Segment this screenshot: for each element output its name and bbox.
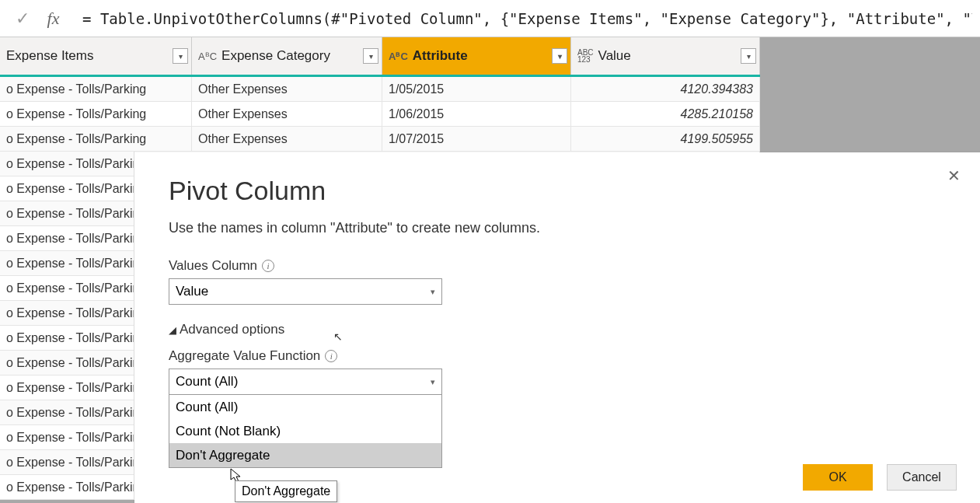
table-row[interactable]: o Expense - Tolls/Parkin bbox=[0, 201, 134, 226]
column-label: Value bbox=[598, 48, 631, 64]
cell[interactable]: o Expense - Tolls/Parkin bbox=[0, 425, 134, 450]
cell[interactable]: Other Expenses bbox=[192, 127, 382, 152]
table-row[interactable]: o Expense - Tolls/Parkin bbox=[0, 276, 134, 301]
select-value: Count (All) bbox=[176, 374, 238, 389]
table-row[interactable]: o Expense - Tolls/Parkin bbox=[0, 475, 134, 500]
cell[interactable]: Other Expenses bbox=[192, 102, 382, 127]
column-label: Attribute bbox=[413, 48, 468, 64]
table-row[interactable]: o Expense - Tolls/Parkin bbox=[0, 152, 134, 176]
table-row[interactable]: o Expense - Tolls/Parkin bbox=[0, 251, 134, 276]
table-row[interactable]: o Expense - Tolls/Parkin bbox=[0, 425, 134, 450]
advanced-label: Advanced options bbox=[180, 322, 284, 337]
filter-dropdown-icon[interactable]: ▾ bbox=[552, 48, 567, 64]
caret-down-icon: ◢ bbox=[169, 324, 176, 336]
option-count-not-blank[interactable]: Count (Not Blank) bbox=[169, 419, 441, 443]
cell[interactable]: o Expense - Tolls/Parkin bbox=[0, 276, 134, 301]
cell[interactable]: 4199.505955 bbox=[571, 127, 760, 152]
cell[interactable]: o Expense - Tolls/Parkin bbox=[0, 450, 134, 475]
fx-icon[interactable]: fx bbox=[47, 9, 60, 29]
cell[interactable]: o Expense - Tolls/Parking bbox=[0, 102, 192, 127]
cell[interactable]: o Expense - Tolls/Parkin bbox=[0, 326, 134, 351]
cell[interactable]: o Expense - Tolls/Parkin bbox=[0, 226, 134, 251]
table-row[interactable]: o Expense - Tolls/ParkingOther Expenses1… bbox=[0, 127, 760, 152]
dialog-title: Pivot Column bbox=[169, 176, 946, 206]
values-column-select[interactable]: Value ▾ bbox=[169, 278, 442, 305]
cell[interactable]: 1/05/2015 bbox=[382, 77, 571, 102]
table-row[interactable]: o Expense - Tolls/Parkin bbox=[0, 226, 134, 251]
table-row[interactable]: o Expense - Tolls/Parkin bbox=[0, 301, 134, 326]
filter-dropdown-icon[interactable]: ▾ bbox=[173, 48, 188, 64]
table-row[interactable]: o Expense - Tolls/Parkin bbox=[0, 351, 134, 376]
cell[interactable]: o Expense - Tolls/Parkin bbox=[0, 475, 134, 500]
table-row[interactable]: o Expense - Tolls/ParkingOther Expenses1… bbox=[0, 102, 760, 127]
aggregate-function-label: Aggregate Value Function i bbox=[169, 348, 946, 364]
type-any-icon: ABC 123 bbox=[577, 49, 594, 63]
type-text-icon: AᴮC bbox=[389, 51, 408, 62]
chevron-down-icon: ▾ bbox=[431, 287, 435, 297]
chevron-down-icon: ▾ bbox=[431, 377, 435, 387]
table-header: Expense Items ▾ AᴮC Expense Category ▾ A… bbox=[0, 37, 760, 77]
table-row[interactable]: o Expense - Tolls/Parkin bbox=[0, 326, 134, 351]
cell[interactable]: o Expense - Tolls/Parkin bbox=[0, 176, 134, 201]
table-row[interactable]: o Expense - Tolls/Parkin bbox=[0, 450, 134, 475]
close-icon[interactable]: ✕ bbox=[944, 166, 963, 185]
column-label: Expense Category bbox=[221, 48, 330, 64]
table-row[interactable]: o Expense - Tolls/Parkin bbox=[0, 376, 134, 400]
formula-bar: ✓ fx bbox=[0, 0, 980, 37]
cell[interactable]: 1/07/2015 bbox=[382, 127, 571, 152]
cell[interactable]: o Expense - Tolls/Parkin bbox=[0, 351, 134, 376]
accept-icon[interactable]: ✓ bbox=[16, 9, 30, 29]
cell[interactable]: o Expense - Tolls/Parkin bbox=[0, 152, 134, 176]
table-row[interactable]: o Expense - Tolls/ParkingOther Expenses1… bbox=[0, 77, 760, 102]
cell[interactable]: o Expense - Tolls/Parkin bbox=[0, 301, 134, 326]
column-header-attribute[interactable]: AᴮC Attribute ▾ bbox=[382, 37, 571, 75]
info-icon[interactable]: i bbox=[262, 260, 274, 272]
formula-input[interactable] bbox=[75, 0, 980, 37]
pivot-column-dialog: ✕ Pivot Column Use the names in column "… bbox=[134, 152, 980, 503]
table-row[interactable]: o Expense - Tolls/Parkin bbox=[0, 400, 134, 425]
column-header-expense-items[interactable]: Expense Items ▾ bbox=[0, 37, 192, 75]
cell[interactable]: o Expense - Tolls/Parkin bbox=[0, 400, 134, 425]
option-count-all[interactable]: Count (All) bbox=[169, 395, 441, 419]
table-row[interactable]: o Expense - Tolls/Parkin bbox=[0, 176, 134, 201]
cell[interactable]: o Expense - Tolls/Parkin bbox=[0, 376, 134, 400]
select-value: Value bbox=[176, 284, 208, 299]
type-text-icon: AᴮC bbox=[198, 51, 217, 62]
cell[interactable]: Other Expenses bbox=[192, 77, 382, 102]
dialog-description: Use the names in column "Attribute" to c… bbox=[169, 220, 946, 236]
option-dont-aggregate[interactable]: Don't Aggregate bbox=[169, 443, 441, 467]
ok-button[interactable]: OK bbox=[803, 464, 873, 491]
cancel-button[interactable]: Cancel bbox=[887, 464, 957, 491]
table-body: o Expense - Tolls/ParkingOther Expenses1… bbox=[0, 77, 760, 152]
cell[interactable]: o Expense - Tolls/Parking bbox=[0, 77, 192, 102]
label-text: Values Column bbox=[169, 258, 257, 274]
filter-dropdown-icon[interactable]: ▾ bbox=[363, 48, 378, 64]
column-header-expense-category[interactable]: AᴮC Expense Category ▾ bbox=[192, 37, 382, 75]
cell[interactable]: o Expense - Tolls/Parkin bbox=[0, 251, 134, 276]
tooltip: Don't Aggregate bbox=[235, 480, 337, 502]
column-label: Expense Items bbox=[6, 48, 93, 64]
aggregate-function-dropdown: Count (All) Count (Not Blank) Don't Aggr… bbox=[169, 395, 442, 468]
cell[interactable]: o Expense - Tolls/Parking bbox=[0, 127, 192, 152]
column-header-value[interactable]: ABC 123 Value ▾ bbox=[571, 37, 760, 75]
cell[interactable]: 1/06/2015 bbox=[382, 102, 571, 127]
filter-dropdown-icon[interactable]: ▾ bbox=[741, 48, 756, 64]
label-text: Aggregate Value Function bbox=[169, 348, 320, 364]
formula-controls: ✓ fx bbox=[0, 9, 75, 29]
advanced-options-toggle[interactable]: ◢ Advanced options bbox=[169, 322, 946, 337]
cell[interactable]: o Expense - Tolls/Parkin bbox=[0, 201, 134, 226]
cell[interactable]: 4285.210158 bbox=[571, 102, 760, 127]
cell[interactable]: 4120.394383 bbox=[571, 77, 760, 102]
cursor-icon: ↖ bbox=[333, 330, 343, 343]
info-icon[interactable]: i bbox=[325, 350, 337, 362]
values-column-label: Values Column i bbox=[169, 258, 946, 274]
dialog-buttons: OK Cancel bbox=[803, 464, 957, 491]
aggregate-function-select[interactable]: Count (All) ▾ bbox=[169, 369, 442, 395]
